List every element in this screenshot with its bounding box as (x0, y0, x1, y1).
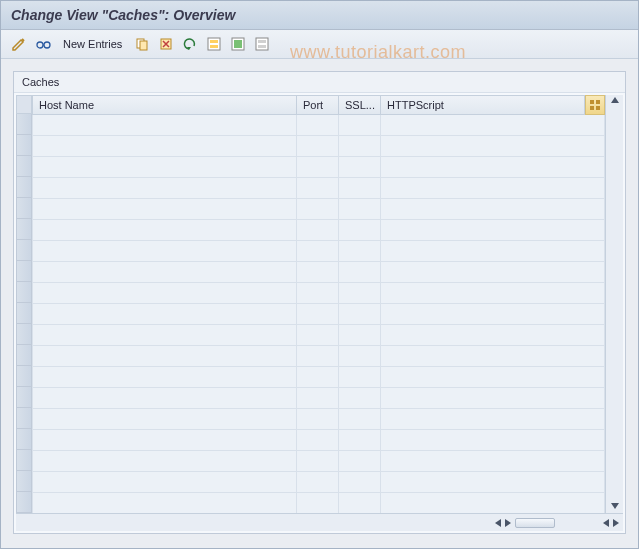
row-selector-header[interactable] (16, 95, 32, 114)
deselect-icon[interactable] (252, 34, 272, 54)
cell-script[interactable] (381, 388, 605, 409)
scroll-left-icon[interactable] (495, 519, 501, 527)
cell-host[interactable] (32, 220, 297, 241)
cell-host[interactable] (32, 283, 297, 304)
cell-host[interactable] (32, 367, 297, 388)
row-selector[interactable] (16, 429, 32, 450)
table-row[interactable] (32, 178, 605, 199)
copy-icon[interactable] (132, 34, 152, 54)
table-row[interactable] (32, 304, 605, 325)
cell-port[interactable] (297, 367, 339, 388)
cell-host[interactable] (32, 178, 297, 199)
cell-ssl[interactable] (339, 325, 381, 346)
table-row[interactable] (32, 199, 605, 220)
row-selector[interactable] (16, 387, 32, 408)
cell-script[interactable] (381, 241, 605, 262)
cell-port[interactable] (297, 430, 339, 451)
cell-port[interactable] (297, 157, 339, 178)
cell-port[interactable] (297, 178, 339, 199)
undo-icon[interactable] (180, 34, 200, 54)
row-selector[interactable] (16, 219, 32, 240)
cell-script[interactable] (381, 367, 605, 388)
cell-script[interactable] (381, 493, 605, 513)
cell-ssl[interactable] (339, 178, 381, 199)
table-row[interactable] (32, 136, 605, 157)
cell-ssl[interactable] (339, 388, 381, 409)
cell-port[interactable] (297, 136, 339, 157)
row-selector[interactable] (16, 408, 32, 429)
row-selector[interactable] (16, 324, 32, 345)
cell-ssl[interactable] (339, 346, 381, 367)
table-row[interactable] (32, 241, 605, 262)
col-header-script[interactable]: HTTPScript (381, 95, 585, 115)
row-selector[interactable] (16, 135, 32, 156)
cell-port[interactable] (297, 115, 339, 136)
row-selector[interactable] (16, 282, 32, 303)
cell-script[interactable] (381, 472, 605, 493)
cell-host[interactable] (32, 325, 297, 346)
cell-host[interactable] (32, 199, 297, 220)
cell-ssl[interactable] (339, 430, 381, 451)
cell-host[interactable] (32, 472, 297, 493)
select-all-icon[interactable] (204, 34, 224, 54)
row-selector[interactable] (16, 471, 32, 492)
cell-ssl[interactable] (339, 220, 381, 241)
cell-port[interactable] (297, 493, 339, 513)
cell-port[interactable] (297, 283, 339, 304)
cell-ssl[interactable] (339, 115, 381, 136)
scroll-right-icon[interactable] (505, 519, 511, 527)
row-selector[interactable] (16, 156, 32, 177)
cell-host[interactable] (32, 451, 297, 472)
col-header-host[interactable]: Host Name (32, 95, 297, 115)
cell-ssl[interactable] (339, 157, 381, 178)
row-selector[interactable] (16, 240, 32, 261)
cell-host[interactable] (32, 157, 297, 178)
scroll-right-end-icon[interactable] (613, 519, 619, 527)
cell-script[interactable] (381, 115, 605, 136)
row-selector[interactable] (16, 177, 32, 198)
table-row[interactable] (32, 472, 605, 493)
table-row[interactable] (32, 283, 605, 304)
table-row[interactable] (32, 409, 605, 430)
table-row[interactable] (32, 451, 605, 472)
cell-host[interactable] (32, 241, 297, 262)
new-entries-button[interactable]: New Entries (57, 38, 128, 50)
horizontal-scrollbar[interactable] (16, 513, 623, 531)
cell-ssl[interactable] (339, 241, 381, 262)
cell-host[interactable] (32, 136, 297, 157)
cell-script[interactable] (381, 178, 605, 199)
row-selector[interactable] (16, 303, 32, 324)
cell-port[interactable] (297, 220, 339, 241)
row-selector[interactable] (16, 198, 32, 219)
cell-ssl[interactable] (339, 472, 381, 493)
cell-host[interactable] (32, 304, 297, 325)
table-row[interactable] (32, 115, 605, 136)
cell-ssl[interactable] (339, 367, 381, 388)
cell-port[interactable] (297, 325, 339, 346)
table-row[interactable] (32, 388, 605, 409)
cell-port[interactable] (297, 409, 339, 430)
cell-ssl[interactable] (339, 493, 381, 513)
table-settings-icon[interactable] (585, 95, 605, 115)
table-row[interactable] (32, 367, 605, 388)
scroll-thumb[interactable] (515, 518, 555, 528)
table-row[interactable] (32, 346, 605, 367)
cell-host[interactable] (32, 262, 297, 283)
cell-port[interactable] (297, 451, 339, 472)
glasses-icon[interactable] (33, 34, 53, 54)
cell-host[interactable] (32, 430, 297, 451)
table-row[interactable] (32, 493, 605, 513)
row-selector[interactable] (16, 114, 32, 135)
change-icon[interactable] (9, 34, 29, 54)
table-row[interactable] (32, 220, 605, 241)
cell-host[interactable] (32, 409, 297, 430)
cell-script[interactable] (381, 304, 605, 325)
cell-host[interactable] (32, 346, 297, 367)
table-row[interactable] (32, 157, 605, 178)
cell-host[interactable] (32, 115, 297, 136)
scroll-down-icon[interactable] (611, 503, 619, 509)
cell-script[interactable] (381, 136, 605, 157)
table-row[interactable] (32, 430, 605, 451)
cell-host[interactable] (32, 493, 297, 513)
cell-ssl[interactable] (339, 262, 381, 283)
